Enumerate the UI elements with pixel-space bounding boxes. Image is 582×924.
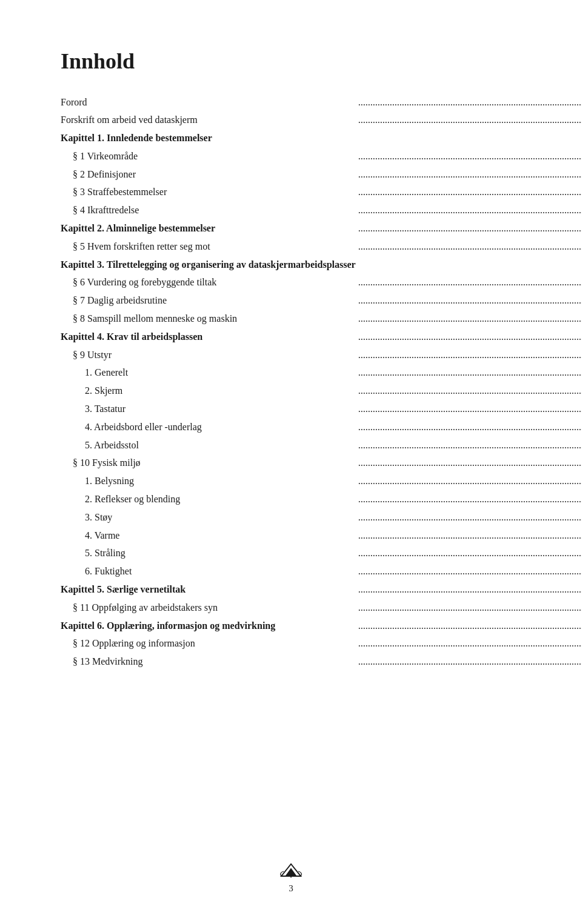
toc-dots xyxy=(356,130,582,148)
toc-entry-text: § 8 Samspill mellom menneske og maskin xyxy=(61,310,356,328)
toc-dots: ........................................… xyxy=(356,454,582,473)
toc-dots: ........................................… xyxy=(356,508,582,527)
toc-entry-text: 5. Arbeidsstol xyxy=(61,436,356,454)
toc-dots: ........................................… xyxy=(356,473,582,491)
toc-entry-text: § 2 Definisjoner xyxy=(61,165,356,184)
toc-dots: ........................................… xyxy=(356,418,582,436)
toc-dots xyxy=(356,256,582,274)
toc-entry-text: 5. Stråling xyxy=(61,545,356,563)
toc-entry-text: Forord xyxy=(61,93,356,111)
toc-entry-text: § 12 Opplæring og informasjon xyxy=(61,635,356,653)
toc-row: Kapittel 5. Særlige vernetiltak ........… xyxy=(61,581,582,599)
toc-dots: ........................................… xyxy=(356,491,582,509)
logo-area xyxy=(0,859,582,879)
toc-row: 4. Varme ...............................… xyxy=(61,527,582,545)
toc-dots: ........................................… xyxy=(356,635,582,653)
toc-entry-text: § 7 Daglig arbeidsrutine xyxy=(61,292,356,310)
toc-row: 1. Generelt ............................… xyxy=(61,364,582,382)
toc-row: Kapittel 4. Krav til arbeidsplassen ....… xyxy=(61,328,582,346)
toc-dots: ........................................… xyxy=(356,220,582,238)
page-footer: 3 xyxy=(0,859,582,894)
toc-entry-text: Kapittel 4. Krav til arbeidsplassen xyxy=(61,328,356,346)
toc-dots: ........................................… xyxy=(356,274,582,292)
toc-dots: ........................................… xyxy=(356,147,582,165)
toc-row: Forord .................................… xyxy=(61,93,582,111)
toc-dots: ........................................… xyxy=(356,165,582,184)
toc-row: § 5 Hvem forskriften retter seg mot ....… xyxy=(61,238,582,256)
toc-dots: ........................................… xyxy=(356,238,582,256)
toc-dots: ........................................… xyxy=(356,653,582,671)
toc-entry-text: § 6 Vurdering og forebyggende tiltak xyxy=(61,274,356,292)
toc-entry-text: § 11 Oppfølging av arbeidstakers syn xyxy=(61,599,356,617)
toc-row: § 9 Utstyr .............................… xyxy=(61,346,582,364)
toc-entry-text: § 1 Virkeområde xyxy=(61,147,356,165)
toc-dots: ........................................… xyxy=(356,617,582,635)
toc-row: 2. Skjerm ..............................… xyxy=(61,382,582,401)
toc-row: Kapittel 1. Innledende bestemmelser xyxy=(61,130,582,148)
page-number: 3 xyxy=(0,883,582,894)
toc-entry-text: 2. Skjerm xyxy=(61,382,356,401)
toc-dots: ........................................… xyxy=(356,111,582,130)
toc-row: 5. Stråling ............................… xyxy=(61,545,582,563)
toc-row: 3. Tastatur ............................… xyxy=(61,401,582,419)
toc-dots: ........................................… xyxy=(356,599,582,617)
toc-row: § 10 Fysisk miljø ......................… xyxy=(61,454,582,473)
toc-entry-text: Kapittel 6. Opplæring, informasjon og me… xyxy=(61,617,356,635)
toc-entry-text: § 5 Hvem forskriften retter seg mot xyxy=(61,238,356,256)
toc-entry-text: 4. Varme xyxy=(61,527,356,545)
toc-row: § 3 Straffebestemmelser ................… xyxy=(61,184,582,202)
toc-entry-text: Kapittel 1. Innledende bestemmelser xyxy=(61,130,356,148)
toc-dots: ........................................… xyxy=(356,382,582,401)
toc-dots: ........................................… xyxy=(356,202,582,220)
toc-row: § 4 Ikrafttredelse .....................… xyxy=(61,202,582,220)
toc-dots: ........................................… xyxy=(356,310,582,328)
toc-dots: ........................................… xyxy=(356,184,582,202)
toc-row: 6. Fuktighet ...........................… xyxy=(61,563,582,581)
toc-entry-text: 1. Belysning xyxy=(61,473,356,491)
toc-dots: ........................................… xyxy=(356,292,582,310)
page-title: Innhold xyxy=(61,48,521,74)
toc-row: § 8 Samspill mellom menneske og maskin .… xyxy=(61,310,582,328)
toc-row: Kapittel 2. Alminnelige bestemmelser ...… xyxy=(61,220,582,238)
toc-entry-text: § 4 Ikrafttredelse xyxy=(61,202,356,220)
page: Innhold Forord .........................… xyxy=(0,0,582,924)
toc-entry-text: Kapittel 2. Alminnelige bestemmelser xyxy=(61,220,356,238)
toc-row: 1. Belysning ...........................… xyxy=(61,473,582,491)
toc-row: Forskrift om arbeid ved dataskjerm .....… xyxy=(61,111,582,130)
toc-row: 2. Reflekser og blending ...............… xyxy=(61,491,582,509)
publisher-logo xyxy=(276,859,306,879)
toc-dots: ........................................… xyxy=(356,346,582,364)
toc-dots: ........................................… xyxy=(356,364,582,382)
toc-dots: ........................................… xyxy=(356,328,582,346)
toc-dots: ........................................… xyxy=(356,436,582,454)
toc-entry-text: 4. Arbeidsbord eller -underlag xyxy=(61,418,356,436)
toc-entry-text: 3. Støy xyxy=(61,508,356,527)
toc-dots: ........................................… xyxy=(356,581,582,599)
toc-row: 3. Støy ................................… xyxy=(61,508,582,527)
toc-dots: ........................................… xyxy=(356,563,582,581)
toc-row: § 2 Definisjoner .......................… xyxy=(61,165,582,184)
toc-entry-text: § 10 Fysisk miljø xyxy=(61,454,356,473)
toc-entry-text: § 9 Utstyr xyxy=(61,346,356,364)
toc-entry-text: 6. Fuktighet xyxy=(61,563,356,581)
toc-row: § 7 Daglig arbeidsrutine ...............… xyxy=(61,292,582,310)
toc-table: Forord .................................… xyxy=(61,93,582,671)
toc-dots: ........................................… xyxy=(356,401,582,419)
toc-entry-text: § 13 Medvirkning xyxy=(61,653,356,671)
toc-dots: ........................................… xyxy=(356,545,582,563)
toc-row: § 11 Oppfølging av arbeidstakers syn ...… xyxy=(61,599,582,617)
toc-row: 4. Arbeidsbord eller -underlag .........… xyxy=(61,418,582,436)
toc-entry-text: Kapittel 5. Særlige vernetiltak xyxy=(61,581,356,599)
toc-entry-text: § 3 Straffebestemmelser xyxy=(61,184,356,202)
toc-dots: ........................................… xyxy=(356,527,582,545)
toc-row: Kapittel 6. Opplæring, informasjon og me… xyxy=(61,617,582,635)
toc-row: § 12 Opplæring og informasjon ..........… xyxy=(61,635,582,653)
toc-entry-text: 2. Reflekser og blending xyxy=(61,491,356,509)
toc-row: § 13 Medvirkning .......................… xyxy=(61,653,582,671)
toc-row: Kapittel 3. Tilrettelegging og organiser… xyxy=(61,256,582,274)
toc-entry-text: 1. Generelt xyxy=(61,364,356,382)
toc-row: § 1 Virkeområde ........................… xyxy=(61,147,582,165)
toc-row: 5. Arbeidsstol .........................… xyxy=(61,436,582,454)
toc-entry-text: 3. Tastatur xyxy=(61,401,356,419)
toc-dots: ........................................… xyxy=(356,93,582,111)
